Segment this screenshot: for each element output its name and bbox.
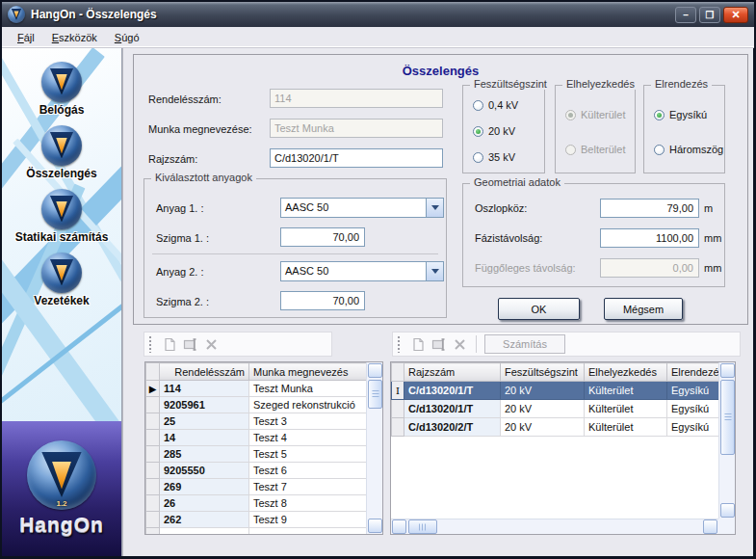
edit-record-icon[interactable] [430,336,447,353]
delete-record-icon[interactable] [203,336,220,353]
menu-tools[interactable]: Eszközök [44,30,105,45]
radio-egysiku[interactable]: Egysíkú [654,109,707,120]
sidebar-item-belogas[interactable]: Belógás [39,62,85,117]
scroll-up-icon[interactable] [368,363,382,378]
row-indicator [146,479,160,495]
table-row[interactable]: 269Teszt 7 [146,479,369,495]
toolbar-separator [476,335,477,353]
cell: 9205550 [160,463,249,479]
radio-20kv[interactable]: 20 kV [473,125,515,137]
sidebar-item-vezetekek[interactable]: Vezetékek [34,253,89,307]
horizontal-scrollbar[interactable] [391,519,718,534]
scrollbar-thumb[interactable] [368,380,382,409]
toolbar-grip[interactable] [397,335,402,353]
table-row[interactable]: IC/d13020/1/T20 kVKülterületEgysíkú [392,382,729,400]
table-row[interactable]: C/d13020/2/T20 kVKülterületEgysíkú [392,418,729,437]
anyag2-combobox[interactable]: AASC 50 [280,261,444,281]
orders-grid: RendelésszámMunka megnevezés▶114Teszt Mu… [144,361,383,535]
fazistavolsag-field[interactable] [600,228,699,248]
table-row[interactable]: 285Teszt 5 [146,446,369,463]
row-indicator [146,446,160,463]
statikai-szamitas-icon [41,189,82,229]
orders-toolbar [143,332,332,357]
scrollbar-thumb[interactable] [408,519,437,534]
table-row[interactable]: 262Teszt 9 [146,512,369,528]
radio-belterulet: Belterület [565,144,625,155]
sidebar-item-statikai-szamitas[interactable]: Statikai számítás [15,189,109,244]
vertical-scrollbar[interactable] [366,362,382,534]
table-row[interactable]: 9205961Szeged rekonstrukció [146,397,369,413]
cell: Külterület [585,382,667,400]
cell: Teszt Munka [249,381,369,397]
scroll-down-icon[interactable] [368,519,382,533]
row-indicator [392,418,404,437]
table-row[interactable] [146,528,369,536]
cell: C/d13020/2/T [404,418,501,437]
new-record-icon[interactable] [161,336,177,353]
cell [160,528,249,536]
oszlopkoz-unit: m [704,202,713,214]
column-header[interactable]: Rendelésszám [160,363,249,381]
munka-field[interactable] [270,119,443,138]
fazistav-label: Fázistávolság: [475,232,542,244]
row-indicator: I [392,382,404,400]
scroll-left-icon[interactable] [392,519,406,534]
table-row[interactable]: 9205550Teszt 6 [146,463,369,479]
minimize-button[interactable]: – [675,7,696,23]
row-indicator: ▶ [146,381,160,397]
toolbar-grip[interactable] [148,335,153,353]
ok-button[interactable]: OK [498,298,580,320]
anyag1-combobox[interactable]: AASC 50 [280,198,444,218]
rendelesszam-field[interactable] [270,89,443,108]
column-header[interactable]: Feszültségszint [501,363,585,382]
elhelyezkedes-group: Elhelyezkedés Külterület Belterület [555,85,636,173]
cell: 20 kV [501,382,585,400]
radio-35kv[interactable]: 35 kV [473,151,515,163]
munka-label: Munka megnevezése: [148,123,252,135]
radio-haromszog[interactable]: Háromszög [654,144,723,155]
table-row[interactable]: C/d13020/1/T20 kVKülterületEgysíkú [392,400,729,418]
column-header[interactable]: Rajzszám [404,363,501,382]
edit-record-icon[interactable] [182,336,198,353]
column-header[interactable]: Munka megnevezés [249,363,369,381]
chevron-down-icon[interactable] [426,199,443,217]
row-indicator [146,528,160,536]
scroll-down-icon[interactable] [720,503,735,518]
table-row[interactable]: 25Teszt 3 [146,413,369,430]
oszlopkoz-field[interactable] [600,199,699,218]
new-record-icon[interactable] [409,336,426,353]
menu-help[interactable]: Súgó [107,30,147,45]
app-icon [8,6,25,23]
close-button[interactable]: ✕ [723,7,748,23]
table-row[interactable]: 14Teszt 4 [146,430,369,446]
maximize-button[interactable]: ❒ [699,7,720,23]
menu-file[interactable]: Fájl [10,30,42,45]
column-header[interactable]: Elhelyezkedés [585,363,667,382]
scrollbar-thumb[interactable] [720,380,735,455]
row-indicator [146,495,160,512]
vertical-scrollbar[interactable] [718,362,735,519]
oszlopkoz-label: Oszlopköz: [475,202,527,214]
titlebar[interactable]: HangOn - Összelengés – ❒ ✕ [2,2,754,27]
fuggoleges-field[interactable] [600,258,699,278]
table-row[interactable]: ▶114Teszt Munka [146,381,369,397]
szigma2-field[interactable] [280,291,365,310]
cell: 269 [160,479,249,495]
chevron-down-icon[interactable] [426,262,443,280]
scroll-right-icon[interactable] [703,519,717,534]
anyag2-label: Anyag 2. : [156,266,204,278]
radio-04kv[interactable]: 0,4 kV [473,99,518,111]
osszelenges-icon [41,125,82,166]
rajzszam-label: Rajzszám: [148,153,197,165]
cancel-button[interactable]: Mégsem [604,298,683,320]
scroll-up-icon[interactable] [720,363,735,378]
window-title: HangOn - Összelengés [31,8,675,21]
app-window: HangOn - Összelengés – ❒ ✕ Fájl Eszközök… [0,0,756,559]
szigma1-field[interactable] [280,227,365,247]
delete-record-icon[interactable] [452,336,468,353]
szamitas-button[interactable]: Számítás [484,334,565,354]
rajzszam-field[interactable] [270,148,443,168]
sidebar-item-osszelenges[interactable]: Összelengés [26,125,96,180]
scrollbar-corner [718,519,735,534]
table-row[interactable]: 26Teszt 8 [146,495,369,512]
